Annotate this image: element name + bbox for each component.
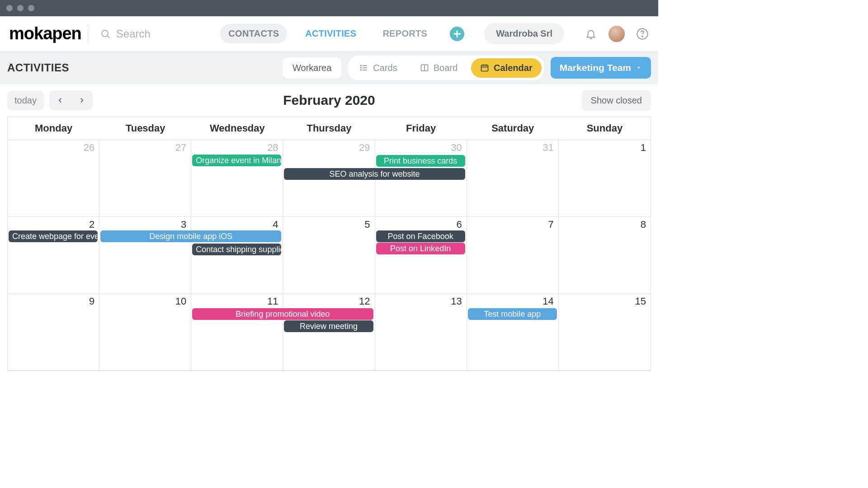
view-board-label: Board (434, 63, 458, 73)
calendar-cell[interactable]: 1 (559, 140, 651, 216)
day-number: 5 (364, 219, 370, 230)
calendar-controls: today February 2020 Show closed (0, 84, 658, 117)
calendar-event[interactable]: Review meeting (284, 320, 373, 332)
calendar-event[interactable]: Design mobile app iOS (100, 230, 281, 242)
list-icon (359, 63, 368, 72)
day-header: Tuesday (99, 117, 191, 140)
day-number: 1 (641, 142, 646, 154)
chevron-right-icon (78, 96, 86, 104)
svg-rect-14 (481, 65, 488, 71)
calendar-event[interactable]: Post on LinkedIn (376, 243, 465, 254)
calendar-icon (480, 63, 489, 72)
calendar-cell[interactable]: 5 (283, 217, 375, 293)
day-number: 3 (181, 219, 186, 230)
day-number: 15 (635, 296, 646, 307)
calendar-cell[interactable]: 15 (559, 294, 651, 370)
day-number: 29 (359, 142, 370, 154)
day-number: 26 (84, 142, 94, 154)
day-number: 28 (267, 142, 278, 154)
svg-point-0 (102, 30, 108, 37)
tab-reports[interactable]: REPORTS (374, 24, 435, 43)
calendar-cell[interactable]: 3 (99, 217, 191, 293)
calendar-cell[interactable]: 14 (467, 294, 559, 370)
tab-activities[interactable]: ACTIVITIES (297, 24, 364, 43)
calendar-cell[interactable]: 11 (191, 294, 283, 370)
day-header: Monday (8, 117, 99, 140)
calendar-event[interactable]: Test mobile app (468, 308, 557, 320)
day-number: 31 (542, 142, 553, 154)
notifications-button[interactable] (584, 27, 598, 41)
help-button[interactable] (636, 27, 649, 41)
window-titlebar (0, 0, 658, 16)
day-number: 12 (359, 296, 370, 307)
svg-line-1 (107, 36, 109, 38)
day-header: Wednesday (191, 117, 283, 140)
calendar-event[interactable]: Print business cards (376, 155, 465, 167)
calendar-cell[interactable]: 9 (8, 294, 99, 370)
day-number: 10 (175, 296, 186, 307)
calendar-row: 2345678 (8, 217, 651, 294)
add-button[interactable] (450, 27, 464, 41)
avatar[interactable] (609, 26, 625, 42)
calendar-event[interactable]: Contact shipping supplier (192, 244, 281, 255)
view-cards[interactable]: Cards (350, 58, 406, 78)
day-number: 13 (451, 296, 462, 307)
calendar-event[interactable]: Post on Facebook (376, 230, 465, 242)
calendar-cell[interactable]: 7 (467, 217, 559, 293)
calendar-event[interactable]: Create webpage for event (9, 230, 98, 242)
day-number: 30 (451, 142, 462, 154)
month-nav (49, 90, 93, 110)
calendar: Monday Tuesday Wednesday Thursday Friday… (7, 117, 651, 371)
calendar-cell[interactable]: 2 (8, 217, 99, 293)
calendar-cell[interactable]: 6 (375, 217, 467, 293)
chevron-down-icon (636, 65, 642, 71)
calendar-cell[interactable]: 31 (467, 140, 559, 216)
day-header: Thursday (283, 117, 375, 140)
day-number: 14 (542, 296, 553, 307)
calendar-cell[interactable]: 13 (375, 294, 467, 370)
day-header: Friday (375, 117, 467, 140)
view-switcher: Cards Board Calendar (348, 56, 544, 80)
search-input[interactable]: Search (100, 28, 151, 40)
calendar-cell[interactable]: 27 (99, 140, 191, 216)
view-calendar[interactable]: Calendar (471, 58, 542, 78)
main-nav: CONTACTS ACTIVITIES REPORTS (220, 24, 464, 43)
calendar-event[interactable]: SEO analysis for website (284, 168, 465, 180)
search-placeholder: Search (116, 28, 151, 40)
day-number: 2 (89, 219, 94, 230)
help-icon (636, 28, 649, 40)
workarea-button[interactable]: Workarea (283, 57, 341, 79)
svg-point-10 (361, 67, 362, 68)
team-label: Marketing Team (560, 62, 631, 73)
calendar-event[interactable]: Briefing promotional video (192, 308, 373, 320)
today-button[interactable]: today (7, 91, 44, 110)
calendar-event[interactable]: Organize event in Milan (192, 155, 281, 166)
view-board[interactable]: Board (411, 58, 467, 78)
calendar-cell[interactable]: 8 (559, 217, 651, 293)
view-calendar-label: Calendar (494, 63, 533, 73)
day-number: 7 (548, 219, 554, 230)
day-header: Sunday (559, 117, 651, 140)
month-title: February 2020 (283, 93, 375, 108)
day-number: 6 (456, 219, 462, 230)
show-closed-button[interactable]: Show closed (582, 90, 651, 111)
day-number: 11 (267, 296, 278, 307)
board-icon (420, 63, 429, 72)
calendar-row: 9101112131415 (8, 294, 651, 371)
topbar: mokapen Search CONTACTS ACTIVITIES REPOR… (0, 16, 658, 52)
svg-point-11 (361, 70, 362, 70)
calendar-cell[interactable]: 10 (99, 294, 191, 370)
day-number: 8 (641, 219, 646, 230)
tab-contacts[interactable]: CONTACTS (220, 24, 287, 43)
next-month[interactable] (71, 90, 93, 110)
team-selector[interactable]: Marketing Team (551, 57, 651, 79)
svg-point-9 (361, 65, 362, 66)
org-selector[interactable]: Wardroba Srl (484, 23, 564, 44)
chevron-left-icon (56, 96, 64, 104)
calendar-cell[interactable]: 28 (191, 140, 283, 216)
plus-icon (453, 29, 462, 38)
window-dot (28, 5, 34, 11)
day-header: Saturday (467, 117, 559, 140)
prev-month[interactable] (49, 90, 71, 110)
calendar-cell[interactable]: 26 (8, 140, 99, 216)
